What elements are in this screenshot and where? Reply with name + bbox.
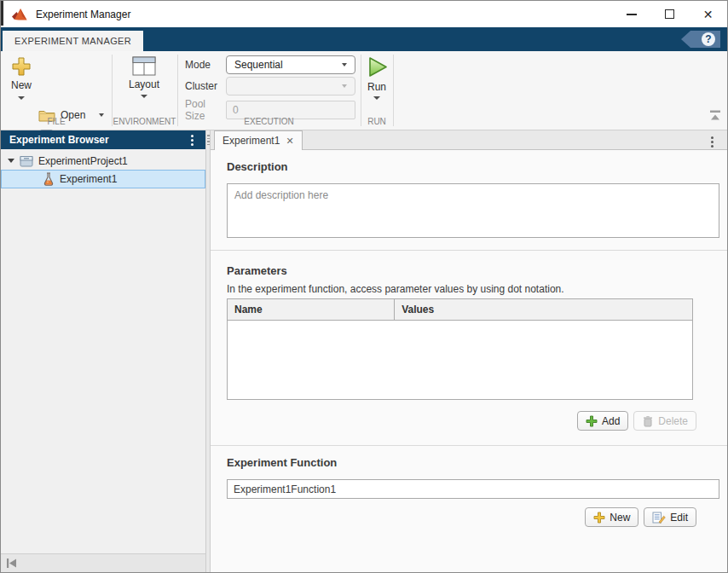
title-bar: Experiment Manager ✕	[1, 1, 727, 27]
new-label: New	[11, 79, 32, 91]
column-header-name[interactable]: Name	[228, 299, 395, 320]
new-function-label: New	[610, 512, 630, 524]
new-dropdown-arrow-icon[interactable]	[18, 96, 25, 100]
file-section-label: FILE	[1, 117, 112, 126]
expander-icon[interactable]	[8, 159, 14, 163]
help-button[interactable]: ?	[681, 31, 720, 48]
maximize-icon	[665, 9, 674, 19]
parameters-table-body[interactable]	[228, 321, 692, 399]
parameters-table-header: Name Values	[228, 299, 692, 321]
cluster-dropdown-arrow-icon	[342, 84, 347, 88]
section-divider	[177, 55, 178, 126]
new-function-button[interactable]: New	[585, 507, 638, 527]
section-divider	[361, 55, 361, 126]
experiment-flask-icon	[43, 172, 55, 186]
layout-button[interactable]: Layout	[120, 56, 168, 98]
parameters-hint: In the experiment function, access param…	[227, 283, 564, 295]
splitter-grip-icon	[207, 135, 210, 145]
tab-experiment-manager[interactable]: EXPERIMENT MANAGER	[3, 31, 143, 51]
execution-section-label: EXECUTION	[177, 117, 361, 126]
delete-parameter-button[interactable]: Delete	[633, 411, 696, 431]
project-icon	[20, 155, 33, 167]
document-tab-bar: Experiment1 ✕	[211, 130, 727, 150]
tree-item-project[interactable]: ExperimentProject1	[1, 152, 205, 170]
layout-icon	[132, 56, 156, 76]
run-label: Run	[367, 81, 386, 93]
edit-icon	[652, 512, 666, 524]
project-label: ExperimentProject1	[38, 155, 128, 167]
run-button[interactable]: Run	[362, 55, 391, 100]
experiment-editor: Description Parameters In the experiment…	[211, 150, 727, 573]
edit-function-label: Edit	[670, 512, 688, 524]
experiment-tree: ExperimentProject1 Experiment1	[1, 149, 205, 188]
experiment-manager-window: Experiment Manager ✕ EXPERIMENT MANAGER …	[0, 0, 728, 573]
mode-dropdown-arrow-icon	[342, 63, 347, 67]
run-dropdown-arrow-icon[interactable]	[373, 96, 380, 100]
section-divider	[393, 55, 394, 126]
tab-close-icon[interactable]: ✕	[286, 136, 293, 146]
cluster-label: Cluster	[185, 80, 226, 92]
edit-function-button[interactable]: Edit	[644, 507, 696, 527]
browser-menu-button[interactable]	[188, 133, 197, 148]
window-controls: ✕	[612, 1, 727, 27]
collapse-panel-button[interactable]	[6, 558, 18, 569]
document-area: Experiment1 ✕ Description Parameters In …	[211, 130, 727, 573]
mode-dropdown[interactable]: Sequential	[226, 55, 355, 74]
browser-footer-bar	[1, 553, 205, 572]
background-window-edge	[1, 1, 3, 26]
parameters-table[interactable]: Name Values	[227, 298, 693, 400]
new-function-plus-icon	[593, 512, 605, 524]
add-parameter-button[interactable]: Add	[577, 411, 628, 431]
minimize-button[interactable]	[612, 1, 650, 27]
add-label: Add	[602, 415, 620, 427]
tab-label: Experiment1	[222, 135, 280, 147]
experiment-browser-header: Experiment Browser	[1, 130, 205, 149]
close-button[interactable]: ✕	[689, 1, 727, 27]
matlab-logo-icon	[11, 7, 28, 22]
tab-experiment1[interactable]: Experiment1 ✕	[214, 130, 303, 150]
experiment-label: Experiment1	[60, 173, 117, 185]
tree-item-experiment[interactable]: Experiment1	[1, 170, 205, 188]
new-button[interactable]: New	[7, 56, 36, 100]
section-divider	[112, 55, 113, 126]
trash-icon	[642, 415, 654, 427]
description-heading: Description	[227, 160, 288, 173]
run-section-label: RUN	[361, 117, 393, 126]
section-divider	[211, 250, 727, 251]
delete-label: Delete	[658, 415, 688, 427]
add-plus-icon	[586, 415, 598, 427]
minimize-icon	[627, 14, 637, 15]
main-area: Experiment Browser ExperimentProject1	[1, 130, 727, 573]
ribbon-tab-strip: EXPERIMENT MANAGER ?	[1, 27, 727, 51]
environment-section-label: ENVIRONMENT	[112, 117, 177, 126]
minimize-toolstrip-button[interactable]	[709, 110, 721, 121]
maximize-button[interactable]	[650, 1, 689, 27]
layout-dropdown-arrow-icon[interactable]	[141, 95, 147, 98]
run-icon	[366, 55, 389, 78]
mode-value: Sequential	[234, 59, 342, 71]
help-icon: ?	[702, 32, 715, 46]
experiment-browser-title: Experiment Browser	[9, 134, 109, 146]
section-divider	[211, 445, 727, 446]
column-header-values[interactable]: Values	[395, 299, 692, 320]
description-textarea[interactable]	[227, 183, 719, 238]
parameters-heading: Parameters	[227, 264, 287, 277]
new-plus-icon	[11, 56, 32, 77]
experiment-function-input[interactable]	[227, 479, 719, 499]
cluster-dropdown[interactable]	[226, 77, 355, 96]
close-icon: ✕	[703, 9, 714, 20]
document-menu-button[interactable]	[708, 135, 717, 149]
window-title: Experiment Manager	[36, 9, 130, 20]
experiment-function-heading: Experiment Function	[227, 456, 337, 469]
mode-label: Mode	[185, 59, 226, 71]
toolstrip: New Open Save Duplicate	[1, 51, 727, 130]
experiment-browser-panel: Experiment Browser ExperimentProject1	[1, 130, 205, 573]
layout-label: Layout	[129, 78, 159, 90]
